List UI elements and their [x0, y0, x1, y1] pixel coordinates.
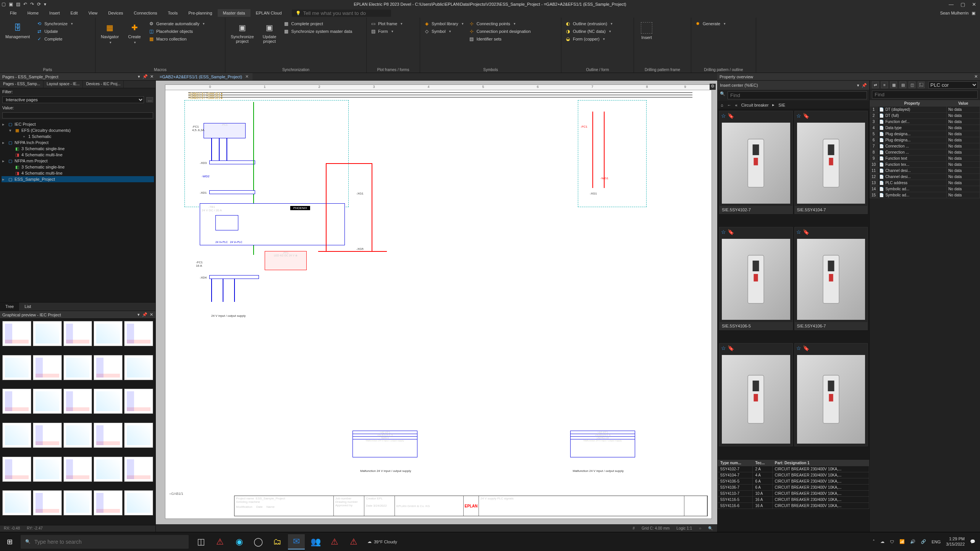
plotframe-button[interactable]: ▭Plot frame	[370, 21, 403, 27]
new-icon[interactable]: ▢	[2, 2, 6, 7]
preview-pin-icon[interactable]: 📌	[142, 312, 147, 317]
tab-edit[interactable]: Edit	[65, 9, 83, 17]
panel-pin-icon[interactable]: 📌	[142, 74, 148, 79]
subtab-layout[interactable]: Layout space - IE...	[44, 81, 83, 88]
macro-placeholder-button[interactable]: ◫Placeholder objects	[148, 28, 205, 34]
device-fc1[interactable]: -FC1	[204, 123, 246, 138]
thumbnail[interactable]	[124, 321, 153, 346]
weather-widget[interactable]: ☁ 39°F Cloudy	[367, 539, 397, 544]
catalog-item[interactable]: ☆🔖	[719, 343, 793, 446]
thumbnail[interactable]	[63, 490, 92, 515]
table-row[interactable]: 5SY4106-56 ACIRCUIT BREAKER 230/400V 10K…	[718, 478, 869, 485]
catalog-grid[interactable]: ☆🔖SIE.5SY4102-7☆🔖SIE.5SY4104-7☆🔖SIE.5SY4…	[718, 109, 869, 459]
redo-icon[interactable]: ↷	[30, 2, 34, 7]
subtab-pages[interactable]: Pages - ESS_Samp...	[0, 81, 44, 88]
thumbnail[interactable]	[33, 423, 62, 448]
thumbnail[interactable]	[33, 490, 62, 515]
star-icon[interactable]: ☆	[796, 345, 801, 351]
thumbnail[interactable]	[63, 389, 92, 414]
thumbnail[interactable]	[94, 490, 123, 515]
back-icon[interactable]: ←	[727, 103, 731, 107]
plc-module-2[interactable]: +A2-KF1 =GL8/A1/5.0..5 +A2-KL1.14 Malfun…	[570, 431, 635, 457]
taskbar-search[interactable]: 🔍	[21, 535, 189, 549]
thumbnail[interactable]	[33, 355, 62, 380]
tab-list[interactable]: List	[19, 303, 36, 311]
crumb-1[interactable]: Circuit breaker	[741, 103, 769, 107]
tree-nfpa-mm[interactable]: ▸▢NFPA mm Project	[2, 158, 154, 164]
table-row[interactable]: 5📄Plug designa...No data	[870, 131, 980, 137]
device-pf1[interactable]: -PF1LED 4/2 DC 24 V ⊗	[265, 251, 307, 270]
tree-ml4-mm[interactable]: ◨4 Schematic multi-line	[8, 170, 154, 176]
tree-efs[interactable]: ▾▦EFS (Circuitry documents)	[8, 127, 154, 133]
tray-link-icon[interactable]: 🔗	[921, 539, 926, 544]
tree-sl3-mm[interactable]: ◧3 Schematic single-line	[8, 164, 154, 170]
panel-close-icon[interactable]: ✕	[150, 74, 154, 79]
tab-home[interactable]: Home	[22, 9, 44, 17]
thumbnail[interactable]	[124, 355, 153, 380]
tray-lang[interactable]: ENG	[931, 540, 941, 544]
tray-notifications-icon[interactable]: 💬	[970, 539, 975, 544]
preview-grid[interactable]	[0, 319, 155, 525]
catalog-item[interactable]: ☆🔖SIE.5SY4104-7	[794, 111, 868, 214]
schematic-canvas[interactable]: 0123456789 =GAB1/1.8 / =GAA-2L1 ▸ =GAB1/…	[156, 81, 717, 524]
pages-tree[interactable]: ▸▢IEC Project ▾▦EFS (Circuitry documents…	[0, 120, 155, 302]
tab-insert[interactable]: Insert	[44, 9, 65, 17]
prop-tool-5-icon[interactable]: ◫	[909, 81, 915, 88]
tellme-box[interactable]: 💡	[292, 10, 391, 17]
parts-sync-button[interactable]: ⟲Synchronize	[36, 21, 74, 27]
taskbar-search-input[interactable]	[34, 539, 184, 545]
qat-more-icon[interactable]: ▾	[44, 2, 46, 7]
thumbnail[interactable]	[2, 321, 31, 346]
tab-tree[interactable]: Tree	[0, 303, 19, 311]
thumbnail[interactable]	[124, 457, 153, 482]
grid-toggle-icon[interactable]: #	[632, 526, 635, 530]
bookmark-icon[interactable]: 🔖	[803, 229, 809, 235]
alert3-icon[interactable]: ⚠	[345, 534, 362, 549]
snap-icon[interactable]: ○	[699, 526, 701, 530]
tab-cloud[interactable]: EPLAN Cloud	[251, 9, 287, 17]
value-input[interactable]	[2, 112, 153, 118]
teams-icon[interactable]: 👥	[307, 534, 324, 549]
complete-project-button[interactable]: ▦Complete project	[283, 21, 353, 27]
parts-update-button[interactable]: ⇄Update	[36, 28, 74, 34]
thumbnail[interactable]	[94, 389, 123, 414]
table-row[interactable]: 2📄DT (full)No data	[870, 113, 980, 119]
table-row[interactable]: 12📄Channel desi...No data	[870, 174, 980, 180]
schematic-page[interactable]: 0123456789 =GAB1/1.8 / =GAA-2L1 ▸ =GAB1/…	[165, 84, 712, 519]
alert-icon[interactable]: ⚠	[212, 534, 228, 549]
parts-complete-button[interactable]: ✓Complete	[36, 36, 74, 42]
thumbnail[interactable]	[2, 423, 31, 448]
macro-collection-button[interactable]: ▦Macro collection	[148, 36, 205, 42]
prop-panel-close-icon[interactable]: ✕	[974, 74, 978, 79]
table-row[interactable]: 8📄Connection ...No data	[870, 149, 980, 156]
macro-genauto-button[interactable]: ⚙Generate automatically	[148, 21, 205, 27]
tab-tools[interactable]: Tools	[163, 9, 183, 17]
tray-volume-icon[interactable]: 🔊	[910, 539, 915, 544]
thumbnail[interactable]	[124, 389, 153, 414]
prop-tool-2-icon[interactable]: ≡	[881, 81, 888, 88]
chrome-icon[interactable]: ◯	[250, 534, 267, 549]
home-icon[interactable]: ⌂	[721, 103, 723, 107]
user-name[interactable]: Sean Mulherrin	[940, 11, 969, 15]
prop-tool-1-icon[interactable]: ⇄	[872, 81, 879, 88]
symbol-library-button[interactable]: ◈Symbol library	[423, 21, 464, 27]
parts-table[interactable]: Type num... Tec... Part: Designation 1 5…	[718, 459, 869, 532]
tray-wifi-icon[interactable]: 📶	[899, 539, 905, 544]
task-view-icon[interactable]: ◫	[192, 534, 209, 549]
tree-iec[interactable]: ▸▢IEC Project	[2, 121, 154, 127]
explorer-icon[interactable]: 🗂	[269, 534, 286, 549]
identsets-button[interactable]: ▤Identifier sets	[468, 36, 532, 42]
ribbon-collapse-icon[interactable]: ▣	[972, 11, 975, 16]
tab-masterdata[interactable]: Master data	[218, 9, 251, 17]
zoom-icon[interactable]: 🔍	[708, 526, 713, 530]
preview-close-icon[interactable]: ✕	[150, 312, 153, 317]
tray-chevron-icon[interactable]: ˄	[873, 539, 875, 544]
macro-create-button[interactable]: ✚Create	[125, 21, 144, 46]
insert-dd-icon[interactable]: ▾	[857, 83, 859, 88]
filter-select[interactable]: Interactive pages	[2, 96, 144, 103]
sync-project-button[interactable]: ▣Synchronize project	[228, 21, 256, 45]
insert-pin-icon[interactable]: 📌	[862, 83, 867, 88]
thumbnail[interactable]	[63, 457, 92, 482]
thumbnail[interactable]	[2, 389, 31, 414]
tree-schem1[interactable]: ▫1 Schematic	[15, 133, 154, 139]
